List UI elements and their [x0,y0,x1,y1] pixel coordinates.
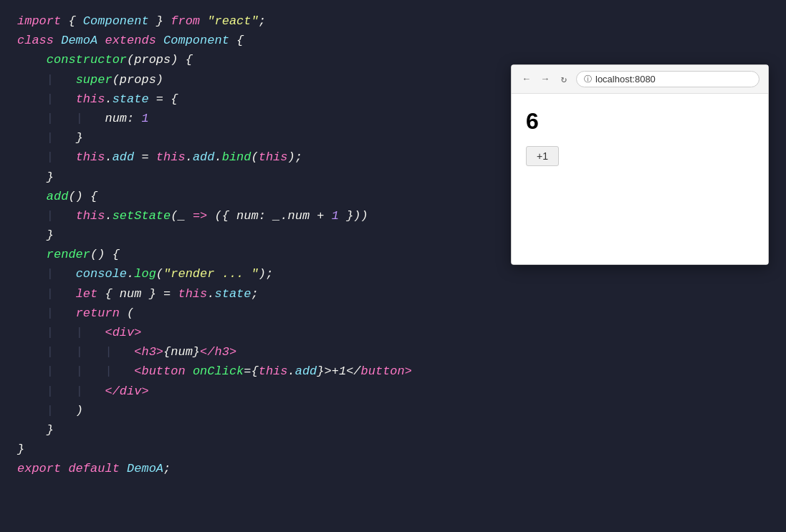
lock-icon: ⓘ [584,74,592,84]
increment-button[interactable]: +1 [526,146,559,166]
back-button[interactable]: ← [520,73,533,86]
url-text: localhost:8080 [595,74,656,84]
browser-toolbar: ← → ↻ ⓘ localhost:8080 [512,65,768,94]
browser-content: 6 +1 [512,94,768,264]
code-line: | | </div> [17,382,769,401]
browser-window: ← → ↻ ⓘ localhost:8080 6 +1 [511,64,769,265]
code-line: | console.log("render ... "); [17,264,769,284]
code-line: | | | <h3>{num}</h3> [17,342,769,362]
url-bar[interactable]: ⓘ localhost:8080 [576,71,759,87]
code-line: | | | <button onClick={this.add}>+1</but… [17,362,769,381]
counter-display: 6 [526,108,754,135]
code-line: | | <div> [17,323,769,342]
code-line: | ) [17,401,769,420]
code-line: export default DemoA; [17,459,769,478]
code-line: | return ( [17,304,769,323]
code-line: import { Component } from "react"; [17,11,769,31]
forward-button[interactable]: → [539,73,552,86]
code-line: | let { num } = this.state; [17,284,769,304]
code-line: class DemoA extends Component { [17,31,769,50]
reload-button[interactable]: ↻ [557,73,570,86]
code-line: } [17,440,769,459]
code-line: } [17,420,769,440]
